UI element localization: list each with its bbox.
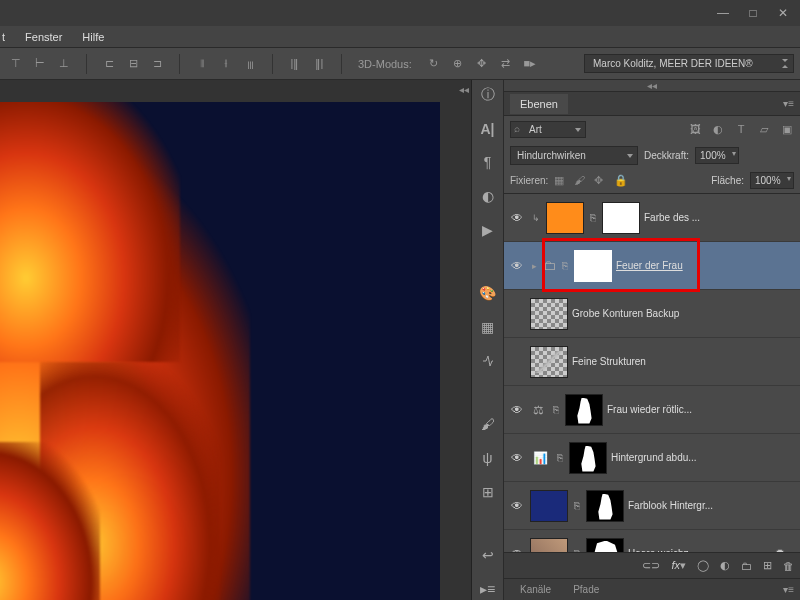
distribute-v-icon[interactable]: ⫴ bbox=[192, 54, 212, 74]
link-icon[interactable]: ⎘ bbox=[560, 260, 570, 271]
align-top-icon[interactable]: ⊤ bbox=[6, 54, 26, 74]
collapse-panels-icon[interactable]: ◂◂ bbox=[459, 84, 469, 95]
mask-thumbnail[interactable] bbox=[602, 202, 640, 234]
mask-thumbnail[interactable] bbox=[569, 442, 607, 474]
layer-thumbnail[interactable] bbox=[530, 538, 568, 553]
lock-position-icon[interactable]: ✥ bbox=[594, 174, 608, 188]
document-canvas[interactable] bbox=[0, 102, 440, 600]
layer-row[interactable]: 👁 ⚖ ⎘ Frau wieder rötlic... bbox=[504, 386, 800, 434]
layer-name[interactable]: Hintergrund abdu... bbox=[611, 452, 796, 463]
layer-thumbnail[interactable] bbox=[530, 346, 568, 378]
layer-name[interactable]: Feine Strukturen bbox=[572, 356, 796, 367]
distribute-h-icon[interactable]: ⫲ bbox=[216, 54, 236, 74]
swatches-panel-icon[interactable]: 🎨 bbox=[477, 282, 499, 304]
visibility-toggle[interactable]: 👁 bbox=[508, 211, 526, 225]
layer-thumbnail[interactable] bbox=[546, 202, 584, 234]
character-panel-icon[interactable]: A| bbox=[477, 118, 499, 140]
distribute-right-icon[interactable]: ‖| bbox=[309, 54, 329, 74]
menu-hilfe[interactable]: Hilfe bbox=[82, 31, 104, 43]
fill-input[interactable]: 100% bbox=[750, 172, 794, 189]
align-hcenter-icon[interactable]: ⊟ bbox=[123, 54, 143, 74]
filter-adjust-icon[interactable]: ◐ bbox=[711, 122, 725, 136]
maximize-button[interactable]: □ bbox=[744, 6, 762, 20]
layer-thumbnail[interactable] bbox=[530, 298, 568, 330]
filter-type-icon[interactable]: T bbox=[734, 122, 748, 136]
mask-thumbnail[interactable] bbox=[586, 490, 624, 522]
navigator-panel-icon[interactable]: ▶ bbox=[477, 219, 499, 241]
link-icon[interactable]: ⎘ bbox=[555, 452, 565, 463]
visibility-toggle[interactable]: 👁 bbox=[508, 403, 526, 417]
tab-paths[interactable]: Pfade bbox=[563, 581, 609, 598]
brushpresets-panel-icon[interactable]: ψ bbox=[477, 447, 499, 469]
layer-row[interactable]: Feine Strukturen bbox=[504, 338, 800, 386]
tab-layers[interactable]: Ebenen bbox=[510, 94, 568, 114]
lock-pixels-icon[interactable]: 🖌 bbox=[574, 174, 588, 188]
color-panel-icon[interactable]: ◐ bbox=[477, 185, 499, 207]
lock-transparency-icon[interactable]: ▦ bbox=[554, 174, 568, 188]
layer-row[interactable]: 👁 ⎘ Haare weichz... ▾ bbox=[504, 530, 800, 552]
visibility-toggle[interactable]: 👁 bbox=[508, 499, 526, 513]
filter-smart-icon[interactable]: ▣ bbox=[780, 122, 794, 136]
layer-row[interactable]: 👁 📊 ⎘ Hintergrund abdu... bbox=[504, 434, 800, 482]
3d-roll-icon[interactable]: ⊕ bbox=[448, 54, 468, 74]
info-panel-icon[interactable]: ⓘ bbox=[477, 84, 499, 106]
3d-scale-icon[interactable]: ■▸ bbox=[520, 54, 540, 74]
mask-thumbnail[interactable] bbox=[574, 250, 612, 282]
layer-style-icon[interactable]: fx▾ bbox=[671, 559, 686, 572]
3d-pan-icon[interactable]: ✥ bbox=[472, 54, 492, 74]
styles-panel-icon[interactable]: ▦ bbox=[477, 316, 499, 338]
mask-thumbnail[interactable] bbox=[565, 394, 603, 426]
brush-panel-icon[interactable]: 🖌 bbox=[477, 413, 499, 435]
close-button[interactable]: ✕ bbox=[774, 6, 792, 20]
layer-name[interactable]: Haare weichz... bbox=[628, 548, 771, 552]
add-mask-icon[interactable]: ◯ bbox=[697, 559, 709, 572]
delete-layer-icon[interactable]: 🗑 bbox=[783, 560, 794, 572]
blend-mode-dropdown[interactable]: Hindurchwirken bbox=[510, 146, 638, 165]
layer-name[interactable]: Frau wieder rötlic... bbox=[607, 404, 796, 415]
layer-row[interactable]: Grobe Konturen Backup bbox=[504, 290, 800, 338]
layer-thumbnail[interactable] bbox=[530, 490, 568, 522]
opacity-input[interactable]: 100% bbox=[695, 147, 739, 164]
align-right-icon[interactable]: ⊐ bbox=[147, 54, 167, 74]
link-icon[interactable]: ⎘ bbox=[551, 404, 561, 415]
layer-row[interactable]: 👁 ↳ ⎘ Farbe des ... bbox=[504, 194, 800, 242]
layer-name[interactable]: Farblook Hintergr... bbox=[628, 500, 796, 511]
layer-name[interactable]: Feuer der Frau bbox=[616, 260, 796, 271]
menu-t[interactable]: t bbox=[2, 31, 5, 43]
align-bottom-icon[interactable]: ⊥ bbox=[54, 54, 74, 74]
3d-rotate-icon[interactable]: ↻ bbox=[424, 54, 444, 74]
distribute-left-icon[interactable]: |‖ bbox=[285, 54, 305, 74]
visibility-toggle[interactable]: 👁 bbox=[508, 451, 526, 465]
3d-slide-icon[interactable]: ⇄ bbox=[496, 54, 516, 74]
align-left-icon[interactable]: ⊏ bbox=[99, 54, 119, 74]
clone-panel-icon[interactable]: ⊞ bbox=[477, 481, 499, 503]
tab-channels[interactable]: Kanäle bbox=[510, 581, 561, 598]
distribute-space-icon[interactable]: ⫼ bbox=[240, 54, 260, 74]
history-panel-icon[interactable]: ↩ bbox=[477, 544, 499, 566]
menu-fenster[interactable]: Fenster bbox=[25, 31, 62, 43]
layer-row[interactable]: 👁 ⎘ Farblook Hintergr... bbox=[504, 482, 800, 530]
visibility-toggle[interactable]: 👁 bbox=[508, 259, 526, 273]
panel-menu-icon[interactable]: ▾≡ bbox=[783, 98, 794, 109]
workspace-dropdown[interactable]: Marco Kolditz, MEER DER IDEEN® bbox=[584, 54, 794, 73]
effects-indicator-icon[interactable] bbox=[775, 549, 785, 553]
visibility-toggle[interactable]: 👁 bbox=[508, 547, 526, 553]
link-layers-icon[interactable]: ⊂⊃ bbox=[642, 559, 660, 572]
layer-name[interactable]: Grobe Konturen Backup bbox=[572, 308, 796, 319]
link-icon[interactable]: ⎘ bbox=[572, 548, 582, 552]
expand-arrow-icon[interactable]: ▸ bbox=[530, 261, 539, 271]
layer-row-selected[interactable]: 👁 ▸ 🗀 ⎘ Feuer der Frau bbox=[504, 242, 800, 290]
lock-all-icon[interactable]: 🔒 bbox=[614, 174, 628, 188]
filter-pixel-icon[interactable]: 🖼 bbox=[688, 122, 702, 136]
new-group-icon[interactable]: 🗀 bbox=[741, 560, 752, 572]
minimize-button[interactable]: — bbox=[714, 6, 732, 20]
new-layer-icon[interactable]: ⊞ bbox=[763, 559, 772, 572]
layer-name[interactable]: Farbe des ... bbox=[644, 212, 796, 223]
effects-expand-icon[interactable]: ▾ bbox=[791, 549, 796, 553]
link-icon[interactable]: ⎘ bbox=[572, 500, 582, 511]
align-vcenter-icon[interactable]: ⊢ bbox=[30, 54, 50, 74]
actions-panel-icon[interactable]: ▸≡ bbox=[477, 578, 499, 600]
link-icon[interactable]: ⎘ bbox=[588, 212, 598, 223]
filter-shape-icon[interactable]: ▱ bbox=[757, 122, 771, 136]
mask-thumbnail[interactable] bbox=[586, 538, 624, 553]
